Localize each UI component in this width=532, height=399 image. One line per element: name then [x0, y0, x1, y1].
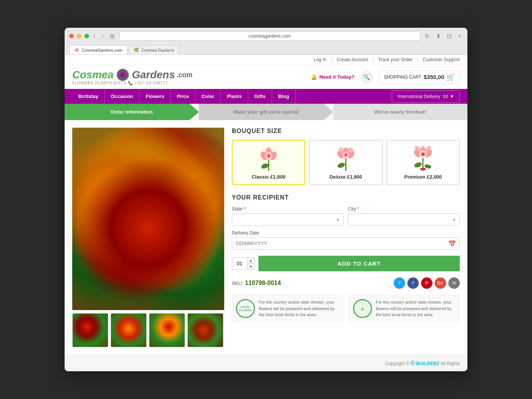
local-florist-icon: LOCALFLORIST [236, 299, 255, 318]
size-deluxe[interactable]: Deluxe £1,900 [309, 140, 382, 185]
search-button[interactable]: 🔍 [361, 71, 373, 83]
logo-area: Cosmea Gardens .com FLOWERS·PLANTS·GIFTS… [72, 69, 193, 85]
cart-row: ▲ ▼ ADD TO CART [232, 256, 460, 271]
minimize-button[interactable] [77, 34, 81, 38]
nav-plants[interactable]: Plants [221, 89, 248, 104]
date-wrapper: 📅 [232, 237, 460, 250]
trust-badges: LOCALFLORIST For the country and/or date… [232, 295, 460, 322]
state-select[interactable] [232, 213, 344, 226]
delivery-date-label: Delivery Date [232, 230, 460, 236]
facebook-share[interactable]: f [407, 277, 419, 289]
state-select-wrapper [232, 213, 344, 226]
main-image-inner [72, 128, 224, 310]
tab-inactive[interactable]: 🌿 Cosmea Gardens [129, 45, 179, 54]
city-select[interactable] [348, 213, 460, 226]
intl-delivery-button[interactable]: International Delivery 🇬🇧 ▼ [392, 90, 460, 103]
secure-text: For the country and/or date chosen, your… [376, 299, 456, 318]
nav-birthday[interactable]: Birthday [72, 89, 105, 104]
local-florist-badge: LOCALFLORIST For the country and/or date… [232, 295, 343, 322]
recipient-section: YOUR RECIPIENT State * [232, 194, 460, 250]
address-bar[interactable]: cosmeagardens.com [119, 32, 420, 41]
product-right: BOUQUET SIZE [232, 128, 460, 347]
thumbnail-4[interactable] [187, 313, 223, 347]
sku-label: SKU: [232, 280, 243, 286]
city-select-wrapper [348, 213, 460, 226]
pinterest-share[interactable]: P [421, 277, 432, 289]
twitter-share[interactable]: 𝕋 [394, 277, 405, 289]
sidebar-toggle[interactable]: ⊡ [445, 32, 453, 41]
email-share[interactable]: ✉ [448, 277, 460, 289]
secure-icon: 🔒 [353, 299, 372, 318]
cart-button[interactable]: SHOPPING CART $350,00 🛒 [379, 70, 460, 84]
premium-label: Premium £2,000 [390, 174, 456, 180]
nav-blog[interactable]: Blog [272, 89, 296, 104]
step-3[interactable]: We've nearly finished! [333, 104, 467, 120]
cart-icon: 🛒 [446, 73, 455, 81]
new-tab-button[interactable]: + [456, 32, 463, 40]
size-classic[interactable]: Classic £1,800 [232, 140, 305, 185]
footer-copyright: Copyright © [385, 361, 409, 366]
sku-row: SKU: 110798-0014 𝕋 f P G+ ✉ [232, 277, 460, 289]
nav-gifts[interactable]: Gifts [248, 89, 272, 104]
search-icon: 🔍 [363, 74, 370, 80]
need-today-button[interactable]: 🔔 Need it Today? [311, 74, 354, 80]
deluxe-flower-image [313, 145, 378, 172]
state-group: State * [232, 206, 344, 226]
bouquet-size-title: BOUQUET SIZE [232, 128, 460, 135]
tab-favicon2: 🌿 [134, 48, 139, 52]
login-link[interactable]: Log In [314, 57, 326, 62]
quantity-stepper[interactable]: ▲ ▼ [232, 257, 255, 270]
thumbnail-row [72, 313, 224, 347]
nav-occasion[interactable]: Occasion [105, 89, 140, 104]
thumbnail-2[interactable] [111, 313, 147, 347]
google-share[interactable]: G+ [435, 277, 446, 289]
quantity-down-button[interactable]: ▼ [247, 264, 254, 269]
logo[interactable]: Cosmea Gardens .com [72, 69, 193, 81]
flag-icon: 🇬🇧 ▼ [443, 94, 454, 99]
share-button[interactable]: ⬆ [434, 32, 442, 41]
svg-point-25 [414, 162, 423, 168]
reader-view-button[interactable]: ⊞ [108, 32, 116, 41]
reload-button[interactable]: ↻ [423, 32, 431, 41]
local-florist-text: For the country and/or date chosen, your… [259, 299, 339, 318]
delivery-date-group: Delivery Date 📅 [232, 230, 460, 250]
forward-button[interactable]: › [100, 32, 105, 40]
browser-chrome: ‹ › ⊞ cosmeagardens.com ↻ ⬆ ⊡ + 🌸 Cosmea… [65, 28, 467, 55]
back-button[interactable]: ‹ [92, 32, 97, 40]
city-label: City * [348, 206, 460, 212]
step-2[interactable]: Make your gift extra special [199, 104, 333, 120]
create-account-link[interactable]: Create Account [337, 57, 368, 62]
add-to-cart-button[interactable]: ADD TO CART [258, 256, 460, 271]
site-header: Cosmea Gardens .com FLOWERS·PLANTS·GIFTS… [65, 65, 467, 89]
intl-delivery-label: International Delivery [397, 94, 440, 99]
calendar-icon[interactable]: 📅 [448, 240, 456, 247]
logo-first: Cosmea [72, 69, 114, 81]
nav-color[interactable]: Color [195, 89, 221, 104]
footer-suffix: All Rights [440, 361, 460, 366]
thumbnail-1[interactable] [72, 313, 108, 347]
size-premium[interactable]: Premium £2,000 [386, 140, 460, 185]
nav-price[interactable]: Price [171, 89, 195, 104]
nav-flowers[interactable]: Flowers [139, 89, 171, 104]
social-icons: 𝕋 f P G+ ✉ [394, 277, 460, 289]
logo-subtitle: FLOWERS·PLANTS·GIFTS 📞 +357-24-638777 [72, 81, 193, 85]
top-bar: Log In | Create Account | Track your Ord… [65, 55, 467, 65]
track-order-link[interactable]: Track your Order [378, 57, 412, 62]
premium-flower-image [390, 145, 456, 172]
site-footer: Copyright © © BUILDERZ All Rights [65, 355, 467, 371]
svg-point-15 [337, 162, 346, 169]
thumbnail-3[interactable] [149, 313, 185, 347]
classic-flower-image [236, 145, 301, 172]
customer-support-link[interactable]: Customer Support [423, 57, 460, 62]
main-product-image [72, 128, 224, 310]
close-button[interactable] [69, 34, 74, 38]
sku-value: 110798-0014 [245, 280, 281, 286]
tab-active[interactable]: 🌸 CosmeaGardens.com [69, 45, 127, 54]
step-1[interactable]: Order Information [65, 104, 199, 120]
maximize-button[interactable] [84, 34, 89, 38]
svg-rect-27 [420, 168, 426, 170]
quantity-up-button[interactable]: ▲ [247, 258, 254, 264]
quantity-input[interactable] [232, 258, 247, 269]
svg-point-6 [260, 163, 269, 169]
delivery-date-input[interactable] [232, 237, 460, 250]
